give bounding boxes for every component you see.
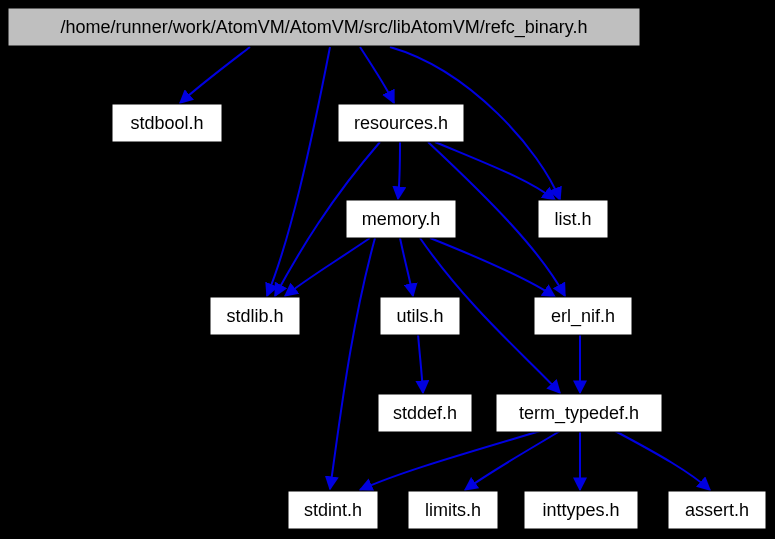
node-inttypes[interactable]: inttypes.h bbox=[524, 491, 638, 529]
edge-resources-list bbox=[435, 142, 555, 200]
node-inttypes-label: inttypes.h bbox=[542, 500, 619, 520]
node-assert[interactable]: assert.h bbox=[668, 491, 766, 529]
node-memory-label: memory.h bbox=[362, 209, 441, 229]
node-memory[interactable]: memory.h bbox=[346, 200, 456, 238]
node-stdlib-label: stdlib.h bbox=[226, 306, 283, 326]
node-stdint-label: stdint.h bbox=[304, 500, 362, 520]
node-erlnif-label: erl_nif.h bbox=[551, 306, 615, 327]
node-stdbool-label: stdbool.h bbox=[130, 113, 203, 133]
edge-resources-memory bbox=[398, 142, 400, 199]
node-root[interactable]: /home/runner/work/AtomVM/AtomVM/src/libA… bbox=[8, 8, 640, 46]
edge-root-stdbool bbox=[180, 47, 250, 103]
node-term-typedef[interactable]: term_typedef.h bbox=[496, 394, 662, 432]
edge-memory-stdint bbox=[330, 238, 375, 489]
node-erl-nif[interactable]: erl_nif.h bbox=[534, 297, 632, 335]
node-stdint[interactable]: stdint.h bbox=[288, 491, 378, 529]
edge-root-stdlib bbox=[267, 47, 330, 296]
node-stddef-label: stddef.h bbox=[393, 403, 457, 423]
node-limits-label: limits.h bbox=[425, 500, 481, 520]
node-root-label: /home/runner/work/AtomVM/AtomVM/src/libA… bbox=[61, 17, 588, 38]
node-list-label: list.h bbox=[554, 209, 591, 229]
node-stdlib[interactable]: stdlib.h bbox=[210, 297, 300, 335]
node-list[interactable]: list.h bbox=[538, 200, 608, 238]
node-utils-label: utils.h bbox=[396, 306, 443, 326]
edge-termtypedef-assert bbox=[615, 431, 710, 490]
edge-memory-stdlib bbox=[285, 238, 370, 296]
dependency-graph: /home/runner/work/AtomVM/AtomVM/src/libA… bbox=[0, 0, 775, 539]
node-utils[interactable]: utils.h bbox=[380, 297, 460, 335]
node-limits[interactable]: limits.h bbox=[408, 491, 498, 529]
edge-memory-utils bbox=[400, 238, 413, 296]
node-stdbool[interactable]: stdbool.h bbox=[112, 104, 222, 142]
edge-root-resources bbox=[360, 47, 394, 103]
node-termtypedef-label: term_typedef.h bbox=[519, 403, 639, 424]
node-resources[interactable]: resources.h bbox=[338, 104, 464, 142]
node-assert-label: assert.h bbox=[685, 500, 749, 520]
node-resources-label: resources.h bbox=[354, 113, 448, 133]
node-stddef[interactable]: stddef.h bbox=[378, 394, 472, 432]
edge-memory-erl_nif bbox=[430, 238, 555, 297]
edge-utils-stddef bbox=[418, 334, 423, 393]
edge-termtypedef-stdint bbox=[360, 431, 540, 490]
